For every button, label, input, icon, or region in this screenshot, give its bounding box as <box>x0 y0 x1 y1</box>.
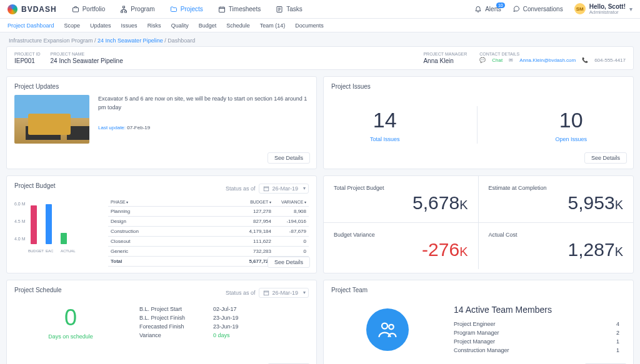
stat-number: 10 <box>559 108 583 132</box>
kpi-label: Budget Variance <box>334 232 468 238</box>
user-greeting: Hello, Scott! <box>589 3 626 10</box>
alerts-count: 10 <box>496 2 505 8</box>
bars <box>31 204 67 244</box>
subnav-documents[interactable]: Documents <box>295 22 324 29</box>
cell: 0 <box>271 239 306 244</box>
card-title: Project Team <box>331 287 626 293</box>
avatar: SM <box>574 3 586 14</box>
stat-open-issues: 10 Open Issues <box>555 108 587 142</box>
stat-label-link[interactable]: Open Issues <box>555 136 587 142</box>
user-menu[interactable]: SM Hello, Scott! Administrator ▾ <box>574 3 632 16</box>
cell: -87,679 <box>271 229 306 234</box>
date-picker[interactable]: 26-Mar-19 <box>259 184 309 194</box>
subnav-dashboard[interactable]: Project Dashboard <box>8 22 54 29</box>
cell: 4,179,184 <box>236 229 271 234</box>
dashboard-grid: Project Updates Excavator 5 and 6 are no… <box>0 70 640 364</box>
label: PROJECT ID <box>14 52 41 56</box>
budget-chart: 6.0 M 4.5 M 4.0 M BUDGET EAC ACTUAL <box>14 198 102 254</box>
nav-tasks[interactable]: Tasks <box>276 6 302 13</box>
crumb-project-link[interactable]: 24 Inch Seawater Pipeline <box>98 37 163 44</box>
kpi-grid: Total Project Budget 5,678K Estimate at … <box>324 176 633 269</box>
schedule-row: Variance0 days <box>139 331 239 340</box>
subnav-risks[interactable]: Risks <box>148 22 161 29</box>
see-details-button[interactable]: See Details <box>584 152 627 164</box>
status-as-of: Status as of 26-Mar-19 <box>226 288 309 298</box>
subnav-scope[interactable]: Scope <box>64 22 81 29</box>
chat-icon: 💬 <box>479 57 486 63</box>
subnav-budget[interactable]: Budget <box>199 22 217 29</box>
team-icon-wrap <box>338 308 438 351</box>
contact-pair: CONTACT DETAILS 💬 Chat ✉ Anna.Klein@bvda… <box>479 52 626 64</box>
cell: 5,677,720 <box>236 258 271 264</box>
avatar-initials: SM <box>576 6 584 12</box>
subnav-schedule[interactable]: Schedule <box>226 22 250 29</box>
conversations-button[interactable]: Conversations <box>512 5 563 12</box>
bar-budget <box>31 205 37 244</box>
kpi-label: Total Project Budget <box>334 185 468 191</box>
date-value: 26-Mar-19 <box>272 185 298 192</box>
crumb-root: Infrastructure Expansion Program <box>9 37 93 44</box>
row-label: Forecasted Finish <box>139 323 202 330</box>
project-name: 24 Inch Seawater Pipeline <box>51 57 123 64</box>
card-team: Project Team 14 Active Team Members Proj… <box>323 280 634 364</box>
role-count: 1 <box>616 347 619 353</box>
project-header: PROJECT ID IEP001 PROJECT NAME 24 Inch S… <box>6 46 634 70</box>
alerts-button[interactable]: 10 Alerts <box>474 5 501 12</box>
schedule-row: B.L. Project Finish23-Jun-19 <box>139 313 239 322</box>
y-tick: 4.5 M <box>14 219 26 224</box>
project-id-pair: PROJECT ID IEP001 <box>14 52 41 64</box>
user-text: Hello, Scott! Administrator <box>589 3 626 16</box>
calendar-icon <box>263 290 269 296</box>
divider <box>477 106 478 144</box>
see-details-button[interactable]: See Details <box>268 257 310 268</box>
nav-portfolio[interactable]: Portfolio <box>72 6 106 13</box>
chat-icon <box>512 5 520 12</box>
last-update: Last update: 07-Feb-19 <box>98 124 309 132</box>
role-label: Project Engineer <box>454 321 616 327</box>
stat-label-link[interactable]: Total Issues <box>370 136 400 142</box>
schedule-body: 0 Days on schedule B.L. Project Start02-… <box>14 298 309 358</box>
primary-nav: Portfolio Program Projects Timesheets Ta… <box>72 6 302 13</box>
kpi-value: 5,953K <box>489 194 624 212</box>
card-title: Project Issues <box>331 83 626 90</box>
role-count: 4 <box>616 321 619 327</box>
svg-point-9 <box>389 325 394 330</box>
kpi-value: 5,678K <box>334 194 468 212</box>
kpi-value: 1,287K <box>489 240 624 259</box>
cell: Closeout <box>111 239 236 244</box>
table-row: Planning127,2788,908 <box>108 207 309 217</box>
brand-text: BVDASH <box>21 5 57 14</box>
bar-actual <box>61 233 67 244</box>
nav-program[interactable]: Program <box>120 6 154 13</box>
subnav-updates[interactable]: Updates <box>90 22 111 29</box>
nav-timesheets[interactable]: Timesheets <box>218 6 261 13</box>
card-budget: Project Budget Status as of 26-Mar-19 6.… <box>6 175 317 273</box>
days-label: Days on schedule <box>48 333 93 340</box>
nav-label: Portfolio <box>82 6 106 12</box>
x-label: EAC <box>46 249 53 253</box>
chat-link[interactable]: Chat <box>492 57 502 63</box>
cell: 127,278 <box>236 209 271 214</box>
email-link[interactable]: Anna.Klein@bvdash.com <box>519 57 576 63</box>
budget-header: Project Budget Status as of 26-Mar-19 <box>14 182 309 194</box>
cell: 732,283 <box>236 248 271 254</box>
cell: Total <box>111 258 236 264</box>
subnav-team[interactable]: Team (14) <box>260 22 286 29</box>
date-picker[interactable]: 26-Mar-19 <box>259 288 309 298</box>
subnav-issues[interactable]: Issues <box>121 22 138 29</box>
brand-logo[interactable]: BVDASH <box>8 4 57 14</box>
see-details-button[interactable]: See Details <box>268 152 310 164</box>
table-row: Closeout111,6220 <box>108 237 309 247</box>
pm-name[interactable]: Anna Klein <box>423 57 467 64</box>
project-name-pair: PROJECT NAME 24 Inch Seawater Pipeline <box>51 52 123 64</box>
sitemap-icon <box>120 6 128 13</box>
table-header[interactable]: PHASE BUDGET VARIANCE <box>108 198 309 207</box>
subnav-quality[interactable]: Quality <box>171 22 189 29</box>
nav-projects[interactable]: Projects <box>170 6 203 13</box>
cell: 827,954 <box>236 219 271 224</box>
cell: Planning <box>111 209 236 214</box>
col-variance: VARIANCE <box>271 200 306 204</box>
last-update-label: Last update: <box>98 125 126 130</box>
cell: Design <box>111 219 236 224</box>
kpi-eac: Estimate at Completion 5,953K <box>479 176 634 223</box>
